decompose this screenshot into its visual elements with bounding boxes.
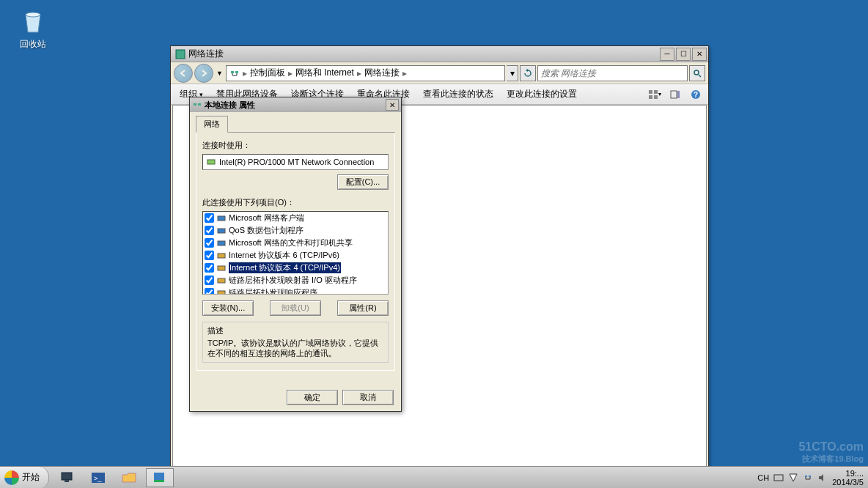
svg-point-0 [26,12,40,17]
network-tray-icon[interactable] [803,473,813,483]
svg-rect-2 [231,71,234,73]
description-box: 描述 TCP/IP。该协议是默认的广域网络协议，它提供在不同的相互连接的网络上的… [202,322,389,363]
tab-network[interactable]: 网络 [196,116,228,133]
system-tray: CH 19:... 2014/3/5 [753,469,868,487]
protocol-icon [216,263,227,273]
help-button[interactable]: ? [688,86,704,103]
list-item[interactable]: Microsoft 网络客户端 [203,212,388,224]
uninstall-button[interactable]: 卸载(U) [270,300,321,316]
taskbar-control-panel[interactable] [146,468,174,487]
svg-rect-23 [62,473,72,480]
svg-rect-21 [218,278,225,283]
breadcrumb-2[interactable]: 网络连接 [364,67,400,79]
start-button[interactable]: 开始 [0,467,49,489]
svg-rect-14 [198,103,201,106]
install-button[interactable]: 安装(N)... [202,300,254,316]
network-icon [229,68,240,78]
list-item[interactable]: Microsoft 网络的文件和打印机共享 [203,237,388,249]
window-title: 网络连接 [188,48,660,60]
dialog-title: 本地连接 属性 [205,100,386,111]
svg-rect-19 [218,254,225,258]
svg-rect-3 [235,71,238,73]
explorer-titlebar[interactable]: 网络连接 ─ ☐ ✕ [171,46,708,62]
svg-rect-7 [649,95,652,99]
properties-button[interactable]: 属性(R) [337,300,389,316]
svg-rect-8 [654,95,658,99]
item-checkbox[interactable] [205,213,214,223]
close-button[interactable]: ✕ [692,48,707,61]
preview-pane-button[interactable] [667,86,683,103]
svg-rect-17 [218,229,225,233]
list-item[interactable]: QoS 数据包计划程序 [203,224,388,237]
item-checkbox[interactable] [205,263,214,273]
back-button[interactable] [174,64,193,83]
protocol-icon [216,213,227,223]
minimize-button[interactable]: ─ [660,48,674,61]
ime-icon[interactable] [773,473,784,483]
svg-rect-15 [207,160,215,164]
item-checkbox[interactable] [205,226,214,235]
view-status[interactable]: 查看此连接的状态 [419,86,498,102]
item-checkbox[interactable] [205,251,214,260]
search-field[interactable] [537,65,688,81]
list-item[interactable]: Internet 协议版本 4 (TCP/IPv4) [203,262,388,274]
forward-button[interactable] [194,64,213,83]
svg-rect-24 [65,480,69,482]
list-item[interactable]: 链路层拓扑发现映射器 I/O 驱动程序 [203,274,388,286]
history-dropdown[interactable]: ▼ [215,70,224,77]
protocol-icon [216,226,227,236]
search-button[interactable] [689,65,705,81]
item-checkbox[interactable] [205,238,214,248]
svg-rect-16 [218,216,225,221]
breadcrumb-0[interactable]: 控制面板 [250,67,285,79]
list-item[interactable]: Internet 协议版本 6 (TCP/IPv6) [203,249,388,262]
item-label: 链路层拓扑发现映射器 I/O 驱动程序 [229,275,357,286]
svg-rect-31 [809,476,811,477]
item-checkbox[interactable] [205,288,214,295]
item-label: 链路层拓扑发现响应程序 [229,287,317,295]
configure-button[interactable]: 配置(C)... [337,174,389,190]
dialog-close-button[interactable]: ✕ [386,99,399,111]
items-list[interactable]: Microsoft 网络客户端QoS 数据包计划程序Microsoft 网络的文… [202,211,389,295]
svg-rect-5 [649,90,652,94]
adapter-field: Intel(R) PRO/1000 MT Network Connection [202,154,389,170]
volume-icon[interactable] [817,473,828,483]
breadcrumb-1[interactable]: 网络和 Internet [295,67,354,79]
address-bar: ▼ ▸ 控制面板 ▸ 网络和 Internet ▸ 网络连接 ▸ ▾ [171,62,708,84]
cancel-button[interactable]: 取消 [342,390,394,405]
language-indicator[interactable]: CH [757,473,769,482]
refresh-button[interactable] [520,65,536,81]
svg-rect-29 [774,475,783,481]
svg-rect-18 [218,241,225,245]
item-checkbox[interactable] [205,276,214,285]
address-field[interactable]: ▸ 控制面板 ▸ 网络和 Internet ▸ 网络连接 ▸ [226,65,505,81]
clock[interactable]: 19:... 2014/3/5 [832,469,864,487]
action-center-icon[interactable] [788,473,798,483]
svg-rect-27 [154,473,164,480]
search-input[interactable] [541,68,684,78]
maximize-button[interactable]: ☐ [676,48,691,61]
change-settings[interactable]: 更改此连接的设置 [502,86,581,102]
connect-using-label: 连接时使用： [202,140,389,151]
ok-button[interactable]: 确定 [287,390,338,405]
item-label: Microsoft 网络的文件和打印机共享 [229,237,353,248]
taskbar: 开始 >_ CH 19:... 2014/3/5 [0,466,868,488]
svg-rect-20 [218,266,225,270]
taskbar-server-manager[interactable] [54,468,81,487]
protocol-icon [216,288,227,295]
dialog-titlebar[interactable]: 本地连接 属性 ✕ [190,97,401,112]
items-label: 此连接使用下列项目(O)： [202,197,389,208]
address-dropdown[interactable]: ▾ [507,65,518,81]
dialog-icon [192,100,202,110]
window-icon [175,49,185,59]
svg-rect-6 [654,90,658,94]
svg-rect-22 [218,291,225,295]
taskbar-explorer[interactable] [115,468,143,487]
recycle-bin[interactable]: 回收站 [11,6,55,51]
view-mode-button[interactable]: ▾ [647,86,663,103]
svg-rect-13 [194,103,196,106]
adapter-name: Intel(R) PRO/1000 MT Network Connection [219,158,374,166]
taskbar-powershell[interactable]: >_ [84,468,112,487]
recycle-bin-icon [18,6,48,35]
list-item[interactable]: 链路层拓扑发现响应程序 [203,286,388,295]
